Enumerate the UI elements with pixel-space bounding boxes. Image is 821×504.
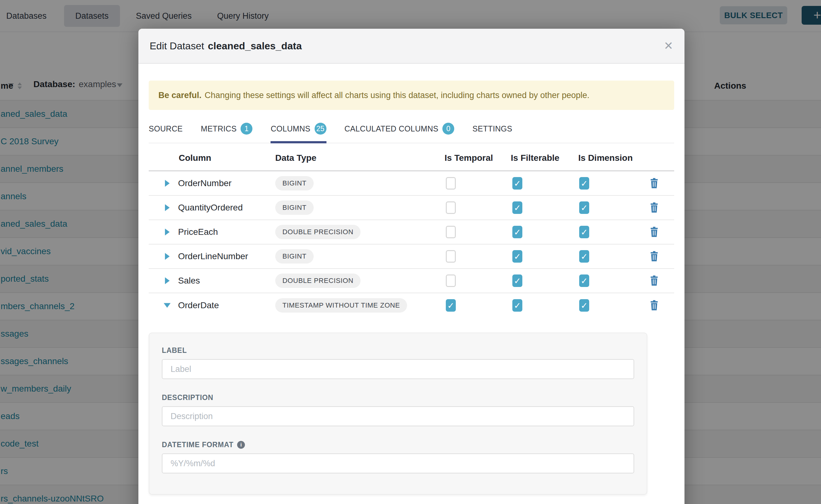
delete-column-button[interactable] (650, 251, 659, 262)
is-dimension-checkbox[interactable] (579, 250, 589, 263)
is-filterable-header: Is Filterable (511, 153, 560, 163)
column-datatype-pill: DOUBLE PRECISION (275, 225, 360, 239)
modal-header: Edit Datasetcleaned_sales_data ✕ (138, 29, 685, 64)
column-datatype-pill: TIMESTAMP WITHOUT TIME ZONE (275, 298, 407, 313)
screen: Databases Datasets Saved Queries Query H… (0, 0, 821, 504)
is-temporal-checkbox[interactable] (446, 201, 456, 214)
tab-settings[interactable]: SETTINGS (472, 118, 512, 143)
column-datatype-pill: BIGINT (275, 200, 314, 215)
tab-count-badge: 1 (240, 123, 252, 135)
modal-title-prefix: Edit Dataset (150, 40, 204, 52)
edit-dataset-modal: Edit Datasetcleaned_sales_data ✕ Be care… (138, 29, 685, 504)
is-filterable-checkbox[interactable] (512, 274, 522, 287)
is-dimension-header: Is Dimension (578, 153, 633, 163)
trash-icon (650, 178, 659, 189)
warning-bold-text: Be careful. (158, 91, 201, 100)
label-text: LABEL (162, 346, 187, 355)
datetime-format-input[interactable] (162, 453, 634, 473)
trash-icon (650, 227, 659, 237)
tab-calculated-columns[interactable]: CALCULATED COLUMNS 0 (344, 118, 455, 143)
warning-text: Changing these settings will affect all … (205, 91, 590, 100)
is-dimension-checkbox[interactable] (579, 201, 589, 214)
expand-caret-icon[interactable] (165, 180, 170, 187)
is-dimension-checkbox[interactable] (579, 274, 589, 287)
tab-columns[interactable]: COLUMNS 25 (270, 118, 326, 143)
column-name: PriceEach (178, 227, 218, 237)
expand-caret-icon[interactable] (165, 229, 170, 235)
column-header: Column (179, 153, 211, 163)
trash-icon (650, 251, 659, 262)
column-row-orderlinenumber: OrderLineNumber BIGINT (149, 245, 674, 269)
description-input[interactable] (162, 406, 634, 426)
expand-caret-icon[interactable] (164, 303, 171, 308)
label-input[interactable] (162, 359, 634, 379)
column-row-ordernumber: OrderNumber BIGINT (149, 171, 674, 196)
column-name: OrderNumber (178, 178, 231, 188)
delete-column-button[interactable] (650, 300, 659, 311)
is-temporal-checkbox[interactable] (446, 299, 456, 312)
columns-table-body: OrderNumber BIGINT QuantityOrdered BIGIN… (149, 171, 674, 318)
tab-count-badge: 0 (443, 123, 454, 135)
description-field-label: DESCRIPTION (162, 393, 634, 402)
modal-title: Edit Datasetcleaned_sales_data (150, 40, 302, 52)
datatype-header: Data Type (275, 153, 316, 163)
is-filterable-checkbox[interactable] (512, 299, 522, 312)
delete-column-button[interactable] (650, 202, 659, 213)
datetime-format-field-label: DATETIME FORMAT i (162, 441, 634, 449)
tab-count-badge: 25 (314, 123, 326, 135)
column-row-sales: Sales DOUBLE PRECISION (149, 269, 674, 293)
column-name: Sales (178, 276, 200, 286)
is-dimension-checkbox[interactable] (579, 177, 589, 190)
delete-column-button[interactable] (650, 275, 659, 286)
tab-label: CALCULATED COLUMNS (344, 124, 439, 133)
is-dimension-checkbox[interactable] (579, 226, 589, 238)
is-temporal-checkbox[interactable] (446, 274, 456, 287)
warning-banner: Be careful. Changing these settings will… (149, 81, 674, 110)
description-text: DESCRIPTION (162, 393, 213, 402)
column-detail-panel: LABEL DESCRIPTION DATETIME FORMAT i (149, 333, 647, 495)
delete-column-button[interactable] (650, 178, 659, 189)
datetime-format-text: DATETIME FORMAT (162, 441, 233, 449)
tab-metrics[interactable]: METRICS 1 (201, 118, 253, 143)
expand-caret-icon[interactable] (165, 204, 170, 211)
column-datatype-pill: BIGINT (275, 249, 314, 264)
column-name: QuantityOrdered (178, 203, 243, 213)
columns-table-header: Column Data Type Is Temporal Is Filterab… (149, 146, 674, 171)
modal-body: Be careful. Changing these settings will… (138, 81, 685, 495)
trash-icon (650, 275, 659, 286)
expand-caret-icon[interactable] (165, 277, 170, 284)
is-filterable-checkbox[interactable] (512, 250, 522, 263)
column-datatype-pill: BIGINT (275, 176, 314, 190)
is-temporal-checkbox[interactable] (446, 177, 456, 190)
trash-icon (650, 300, 659, 311)
tab-label: METRICS (201, 124, 237, 133)
is-filterable-checkbox[interactable] (512, 226, 522, 238)
label-field-label: LABEL (162, 333, 634, 355)
column-row-priceeach: PriceEach DOUBLE PRECISION (149, 220, 674, 245)
tab-label: COLUMNS (270, 124, 310, 133)
tab-label: SOURCE (149, 124, 183, 133)
trash-icon (650, 202, 659, 213)
tab-source[interactable]: SOURCE (149, 118, 183, 143)
columns-table: Column Data Type Is Temporal Is Filterab… (149, 146, 674, 318)
column-name: OrderLineNumber (178, 251, 248, 261)
is-temporal-header: Is Temporal (445, 153, 493, 163)
expand-caret-icon[interactable] (165, 253, 170, 260)
column-datatype-pill: DOUBLE PRECISION (275, 274, 360, 288)
info-icon: i (237, 441, 245, 449)
delete-column-button[interactable] (650, 227, 659, 237)
is-temporal-checkbox[interactable] (446, 226, 456, 238)
modal-tabs: SOURCE METRICS 1 COLUMNS 25 CALCULATED C… (149, 118, 674, 143)
is-temporal-checkbox[interactable] (446, 250, 456, 263)
column-row-quantityordered: QuantityOrdered BIGINT (149, 196, 674, 220)
column-name: OrderDate (178, 300, 219, 310)
is-dimension-checkbox[interactable] (579, 299, 589, 312)
is-filterable-checkbox[interactable] (512, 201, 522, 214)
column-row-orderdate: OrderDate TIMESTAMP WITHOUT TIME ZONE (149, 293, 674, 318)
close-icon[interactable]: ✕ (664, 40, 673, 52)
tab-label: SETTINGS (472, 124, 512, 133)
is-filterable-checkbox[interactable] (512, 177, 522, 190)
modal-title-dataset-name: cleaned_sales_data (208, 40, 302, 52)
